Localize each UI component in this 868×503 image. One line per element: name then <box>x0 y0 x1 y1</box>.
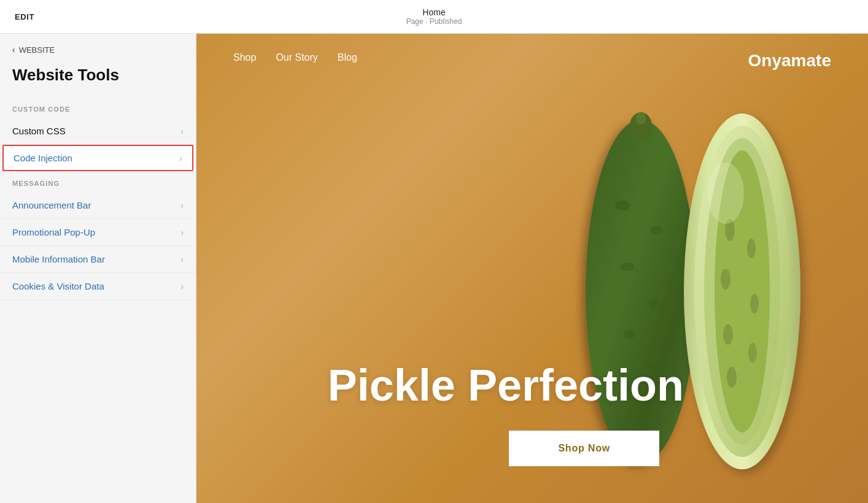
announcement-bar-label: Announcement Bar <box>12 200 91 210</box>
section-label-custom-code: CUSTOM CODE <box>0 97 196 118</box>
nav-link-shop[interactable]: Shop <box>233 52 256 63</box>
promotional-popup-label: Promotional Pop-Up <box>12 227 95 237</box>
mobile-info-bar-label: Mobile Information Bar <box>12 254 105 264</box>
sidebar-title: Website Tools <box>0 61 196 97</box>
svg-point-3 <box>621 263 634 271</box>
sidebar-item-announcement-bar[interactable]: Announcement Bar › <box>0 192 196 219</box>
page-subtitle: Page · Published <box>406 17 462 26</box>
svg-point-2 <box>650 226 662 234</box>
page-info: Home Page · Published <box>406 7 462 26</box>
sidebar-item-code-injection[interactable]: Code Injection › <box>2 145 193 171</box>
back-to-website[interactable]: ‹ WEBSITE <box>0 34 196 61</box>
svg-point-20 <box>727 367 737 388</box>
sidebar-item-mobile-info-bar[interactable]: Mobile Information Bar › <box>0 246 196 273</box>
sidebar-item-promotional-popup[interactable]: Promotional Pop-Up › <box>0 219 196 246</box>
back-label: WEBSITE <box>19 45 55 55</box>
shop-now-container: Shop Now <box>509 431 659 466</box>
shop-now-button[interactable]: Shop Now <box>509 431 659 466</box>
hero-title: Pickle Perfection <box>328 361 684 410</box>
preview-nav: Shop Our Story Blog Onyamate <box>196 34 868 82</box>
top-bar: EDIT Home Page · Published <box>0 0 868 34</box>
chevron-icon-cookies: › <box>180 282 184 291</box>
svg-rect-9 <box>636 112 646 125</box>
svg-point-4 <box>648 300 659 307</box>
chevron-icon-mobile: › <box>180 255 184 264</box>
back-arrow-icon: ‹ <box>12 45 15 55</box>
nav-link-our-story[interactable]: Our Story <box>276 52 317 63</box>
preview-area: Shop Our Story Blog Onyamate <box>196 34 868 503</box>
svg-point-21 <box>707 163 744 224</box>
svg-point-15 <box>747 239 756 258</box>
brand-name: Onyamate <box>748 51 831 71</box>
svg-point-19 <box>748 343 757 363</box>
nav-links: Shop Our Story Blog <box>233 52 357 63</box>
edit-label[interactable]: EDIT <box>15 12 34 21</box>
hero-text-block: Pickle Perfection <box>328 361 684 429</box>
svg-point-16 <box>721 269 730 290</box>
section-label-messaging: MESSAGING <box>0 171 196 192</box>
nav-link-blog[interactable]: Blog <box>338 52 357 63</box>
page-title: Home <box>406 7 462 17</box>
custom-css-label: Custom CSS <box>12 126 66 136</box>
sidebar-item-custom-css[interactable]: Custom CSS › <box>0 118 196 145</box>
svg-point-18 <box>723 324 733 345</box>
code-injection-label: Code Injection <box>14 153 72 163</box>
sidebar: ‹ WEBSITE Website Tools CUSTOM CODE Cust… <box>0 34 196 503</box>
sidebar-item-cookies-visitor[interactable]: Cookies & Visitor Data › <box>0 273 196 300</box>
chevron-icon-custom-css: › <box>180 126 184 136</box>
svg-point-5 <box>624 330 636 339</box>
chevron-icon-promo: › <box>180 228 184 237</box>
chevron-icon-code-injection: › <box>179 153 182 163</box>
svg-point-17 <box>750 294 759 313</box>
chevron-icon-announcement: › <box>180 201 184 210</box>
main-layout: ‹ WEBSITE Website Tools CUSTOM CODE Cust… <box>0 34 868 503</box>
svg-point-1 <box>615 201 630 210</box>
cookies-visitor-label: Cookies & Visitor Data <box>12 281 104 291</box>
